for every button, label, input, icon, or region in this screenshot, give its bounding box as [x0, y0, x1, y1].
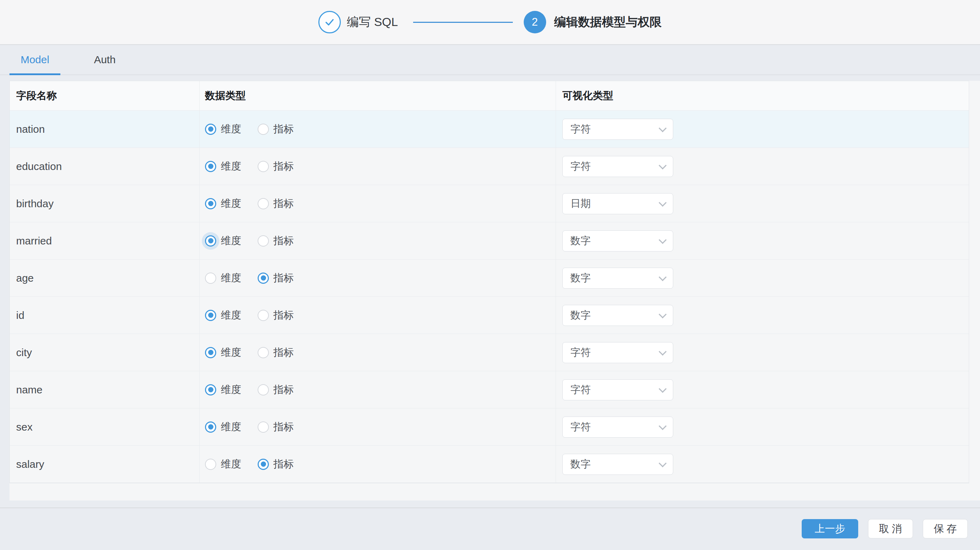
vis-type-select[interactable]: 数字 [562, 230, 673, 252]
vis-type-select[interactable]: 日期 [562, 193, 673, 214]
dimension-radio[interactable]: 维度 [205, 234, 241, 248]
step-2-number-badge: 2 [524, 11, 546, 33]
tab-auth[interactable]: Auth [83, 45, 127, 75]
metric-radio[interactable]: 指标 [258, 197, 294, 211]
radio-dot [208, 126, 213, 132]
radio-circle-icon [258, 198, 269, 209]
vis-type-select-value: 数字 [570, 234, 659, 248]
radio-dot [208, 461, 213, 467]
vis-type-select[interactable]: 字符 [562, 342, 673, 363]
field-name: education [16, 161, 62, 172]
data-type-cell: 维度 指标 [200, 222, 556, 259]
table-body: nation 维度 指标 字符 educatio [10, 111, 969, 483]
dimension-radio[interactable]: 维度 [205, 383, 241, 397]
dimension-radio[interactable]: 维度 [205, 457, 241, 471]
radio-circle-icon [258, 384, 269, 395]
dimension-radio[interactable]: 维度 [205, 122, 241, 136]
radio-dot [261, 350, 266, 355]
data-type-cell: 维度 指标 [200, 297, 556, 334]
metric-radio[interactable]: 指标 [258, 234, 294, 248]
radio-circle-icon [205, 124, 216, 135]
step-write-sql: 编写 SQL [318, 11, 398, 33]
radio-dot [261, 164, 266, 169]
metric-radio[interactable]: 指标 [258, 346, 294, 360]
metric-radio[interactable]: 指标 [258, 159, 294, 174]
table-row: name 维度 指标 字符 [10, 371, 969, 408]
vis-type-select-value: 字符 [570, 383, 659, 397]
radio-circle-icon [205, 273, 216, 284]
radio-circle-icon [258, 235, 269, 247]
vis-type-select[interactable]: 数字 [562, 454, 673, 475]
field-table-panel: 字段名称 数据类型 可视化类型 nation 维度 指标 [10, 81, 980, 501]
dimension-radio[interactable]: 维度 [205, 308, 241, 322]
chevron-down-icon [659, 459, 667, 467]
data-type-cell: 维度 指标 [200, 446, 556, 483]
data-type-cell: 维度 指标 [200, 111, 556, 148]
vis-type-cell: 数字 [556, 297, 969, 334]
vis-type-select[interactable]: 字符 [562, 156, 673, 177]
vis-type-cell: 数字 [556, 222, 969, 259]
chevron-down-icon [659, 161, 667, 169]
vis-type-cell: 数字 [556, 446, 969, 483]
vis-type-select[interactable]: 字符 [562, 379, 673, 400]
chevron-down-icon [659, 198, 667, 207]
radio-circle-icon [205, 198, 216, 209]
dimension-radio-label: 维度 [221, 234, 241, 248]
metric-radio[interactable]: 指标 [258, 383, 294, 397]
vis-type-select[interactable]: 字符 [562, 416, 673, 438]
field-name-cell: nation [10, 111, 200, 148]
dimension-radio[interactable]: 维度 [205, 271, 241, 285]
column-header-data-type: 数据类型 [200, 81, 556, 110]
radio-dot [208, 350, 213, 355]
radio-dot [208, 387, 213, 392]
table-row: id 维度 指标 数字 [10, 297, 969, 334]
metric-radio-label: 指标 [274, 308, 294, 322]
metric-radio-label: 指标 [274, 271, 294, 285]
field-name-cell: name [10, 371, 200, 408]
metric-radio-label: 指标 [274, 122, 294, 136]
radio-dot [261, 424, 266, 430]
metric-radio[interactable]: 指标 [258, 420, 294, 434]
vis-type-cell: 字符 [556, 334, 969, 371]
previous-step-button[interactable]: 上一步 [802, 519, 858, 539]
dimension-radio[interactable]: 维度 [205, 346, 241, 360]
metric-radio[interactable]: 指标 [258, 308, 294, 322]
radio-circle-icon [205, 235, 216, 247]
dimension-radio[interactable]: 维度 [205, 420, 241, 434]
radio-dot [208, 312, 213, 318]
dimension-radio[interactable]: 维度 [205, 159, 241, 174]
metric-radio[interactable]: 指标 [258, 271, 294, 285]
step-2-label: 编辑数据模型与权限 [554, 14, 662, 30]
metric-radio-label: 指标 [274, 159, 294, 174]
vis-type-cell: 字符 [556, 148, 969, 185]
field-name: id [16, 309, 24, 321]
radio-circle-icon [258, 310, 269, 321]
radio-dot [208, 201, 213, 206]
chevron-down-icon [659, 310, 667, 318]
tab-model[interactable]: Model [10, 45, 60, 75]
radio-dot [261, 275, 266, 281]
field-name: married [16, 235, 52, 247]
radio-dot [261, 387, 266, 392]
field-name-cell: birthday [10, 185, 200, 222]
vis-type-select[interactable]: 字符 [562, 119, 673, 140]
vis-type-select[interactable]: 数字 [562, 305, 673, 326]
vis-type-select-value: 日期 [570, 197, 659, 211]
vis-type-select[interactable]: 数字 [562, 268, 673, 289]
metric-radio[interactable]: 指标 [258, 122, 294, 136]
dimension-radio-label: 维度 [221, 197, 241, 211]
table-row: married 维度 指标 数字 [10, 222, 969, 260]
field-name-cell: age [10, 260, 200, 297]
cancel-button[interactable]: 取 消 [868, 519, 913, 539]
dimension-radio[interactable]: 维度 [205, 197, 241, 211]
radio-circle-icon [205, 421, 216, 433]
save-button[interactable]: 保 存 [923, 519, 968, 539]
field-name-cell: salary [10, 446, 200, 483]
field-table: 字段名称 数据类型 可视化类型 nation 维度 指标 [10, 81, 969, 483]
metric-radio-label: 指标 [274, 197, 294, 211]
field-name: salary [16, 458, 44, 470]
radio-circle-icon [258, 161, 269, 172]
data-type-cell: 维度 指标 [200, 334, 556, 371]
field-name: nation [16, 123, 45, 135]
metric-radio[interactable]: 指标 [258, 457, 294, 471]
